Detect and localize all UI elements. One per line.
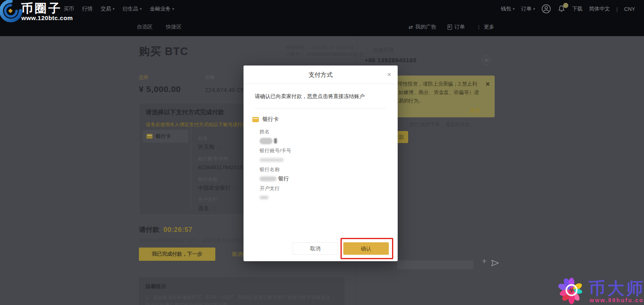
top-header: 币圈子 www.120btc.com 买币 行情 交易▾ 衍生品▾ 金融业务▾ … — [0, 0, 644, 36]
modal-title: 支付方式 — [244, 66, 398, 84]
total-label: 总价 — [139, 74, 181, 81]
language-selector[interactable]: 简体中文 — [589, 5, 610, 12]
tips-heading: 温馨提示 — [145, 283, 338, 290]
more-menu[interactable]: ⋮ 更多 — [476, 23, 494, 31]
payment-countdown: 请付款00:26:57 — [139, 225, 192, 234]
modal-name-field: 姓名 — [260, 129, 398, 144]
merchant-phone: +86 13928840165 — [365, 57, 417, 63]
user-icon — [541, 4, 551, 14]
countdown-timer: 00:26:57 — [163, 226, 192, 233]
nav-item-buy[interactable]: 买币 — [64, 5, 74, 12]
page-title: 购买 BTC — [139, 44, 188, 59]
created-time-label: 创建时间： — [286, 44, 309, 51]
notifications-button[interactable] — [557, 5, 566, 13]
wallet-menu[interactable]: 钱包▾ — [501, 5, 515, 12]
main-nav: 买币 行情 交易▾ 衍生品▾ 金融业务▾ — [64, 0, 174, 18]
orders-menu[interactable]: 订单▾ — [521, 5, 535, 12]
redacted-branch — [260, 196, 268, 199]
document-icon — [448, 25, 452, 30]
caret-down-icon: ▾ — [113, 7, 115, 11]
plus-icon[interactable]: + — [482, 257, 487, 265]
logo-swirl-icon — [0, 0, 23, 23]
countdown-note: 请在30分钟内付款给广告方，超时订单将自动取消 — [139, 237, 246, 244]
order-number-label: 订单号： — [286, 51, 304, 58]
modal-method-bank-card: 银行卡 — [252, 116, 398, 123]
payment-method-modal: 支付方式 × 请确认已向卖家付款，恶意点击将直接冻结账户 银行卡 姓名 银行账号… — [244, 66, 398, 261]
merchant-row: ◎ 快捷币商 — [365, 47, 394, 54]
subnav-actions: ⇄ 我的广告 订单 ⋮ 更多 — [409, 18, 494, 36]
countdown-label: 请付款 — [139, 226, 159, 233]
caret-down-icon: ▾ — [140, 7, 142, 11]
divider — [255, 108, 386, 108]
unit-price: 价格 224,674.46 CNY — [205, 74, 250, 94]
orders-link[interactable]: 订单 — [448, 23, 465, 31]
brand-logo[interactable]: 币圈子 www.120btc.com — [0, 0, 64, 23]
copy-icon[interactable] — [212, 206, 216, 211]
notification-badge — [563, 3, 568, 8]
expand-link[interactable]: 展开 — [470, 108, 480, 115]
cancel-button[interactable]: 取消 — [293, 242, 338, 255]
order-number-value: 20184642659650961440 — [306, 51, 357, 58]
tips-body: 1、请勿备注任何诸如BTC、ETH、USDT、BNB以及其它数字资产名称字样于转… — [145, 294, 338, 305]
redacted-name — [260, 138, 272, 144]
nav-item-finance[interactable]: 金融业务▾ — [150, 5, 174, 12]
divider: | — [616, 6, 617, 12]
phone-call-icon[interactable]: ☎ — [482, 55, 491, 65]
download-link[interactable]: 下载 — [572, 5, 582, 12]
nav-item-markets[interactable]: 行情 — [82, 5, 93, 12]
modal-account-field: 银行账号/卡号 — [260, 148, 398, 163]
total-value: ¥ 5,000.00 — [139, 84, 181, 94]
my-ads-link[interactable]: ⇄ 我的广告 — [409, 23, 436, 31]
payee-name-value: 许玉梅 — [198, 143, 215, 151]
payment-done-button[interactable]: 我已完成付款，下一步 — [139, 248, 215, 261]
bank-card-icon — [147, 134, 153, 139]
header-right-nav: 钱包▾ 订单▾ 下载 简体中文 | CNY — [501, 0, 635, 18]
watermark-brand: 币大师 — [588, 277, 644, 300]
bank-name-value: 中国农业银行 — [198, 184, 231, 192]
watermark: 币大师 www.99hufu.com — [555, 274, 644, 305]
merchant-label: 快捷币商 — [373, 47, 394, 54]
modal-bank-details: 姓名 银行账号/卡号 银行名称 银行 开户支行 — [260, 129, 398, 201]
order-meta: 创建时间： 2021-01-17 16:44:33 订单号： 201846426… — [286, 44, 363, 58]
chat-input[interactable] — [397, 260, 473, 269]
currency-selector[interactable]: CNY — [624, 6, 635, 12]
more-dots-icon: ⋮ — [476, 24, 481, 30]
nav-item-trade[interactable]: 交易▾ — [101, 5, 115, 12]
caret-down-icon: ▾ — [533, 7, 535, 11]
send-icon[interactable] — [491, 260, 499, 268]
modal-header: 支付方式 × — [244, 66, 398, 84]
redacted-bank-name — [260, 176, 277, 181]
branch-value: 茂名 — [198, 205, 209, 212]
avatar[interactable] — [541, 4, 551, 14]
modal-branch-field: 开户支行 — [260, 186, 398, 201]
nav-item-derivatives[interactable]: 衍生品▾ — [123, 5, 142, 12]
page: 币圈子 www.120btc.com 买币 行情 交易▾ 衍生品▾ 金融业务▾ … — [0, 0, 644, 305]
modal-footer: 取消 确认 — [293, 242, 389, 255]
order-amounts: 总价 ¥ 5,000.00 价格 224,674.46 CNY — [139, 74, 250, 94]
merchant-badge-icon: ◎ — [365, 47, 370, 53]
copy-icon[interactable] — [217, 145, 222, 149]
close-icon[interactable]: × — [485, 80, 490, 88]
watermark-site: www.99hufu.com — [590, 297, 644, 303]
bank-card-icon — [252, 117, 259, 122]
tips-panel: 温馨提示 1、请勿备注任何诸如BTC、ETH、USDT、BNB以及其它数字资产名… — [139, 277, 345, 305]
tab-quick-zone[interactable]: 快捷区 — [166, 23, 182, 31]
bank-suffix: 银行 — [278, 175, 289, 182]
redacted-account — [260, 158, 284, 162]
caret-down-icon: ▾ — [172, 7, 174, 11]
tab-bank-card[interactable]: 银行卡 — [143, 130, 188, 143]
confirm-button[interactable]: 确认 — [343, 242, 389, 255]
tab-self-select-zone[interactable]: 自选区 — [137, 23, 153, 31]
market-tabs: 自选区 快捷区 — [137, 18, 182, 36]
price-label: 价格 — [205, 74, 250, 81]
transfer-icon: ⇄ — [409, 24, 413, 30]
price-value: 224,674.46 CNY — [205, 86, 250, 93]
chat-system-message: 您已成功下单，请及时付款。 — [410, 121, 475, 128]
created-time-value: 2021-01-17 16:44:33 — [311, 44, 354, 51]
modal-bank-field: 银行名称 银行 — [260, 167, 398, 182]
close-icon[interactable]: × — [387, 66, 391, 84]
total-amount: 总价 ¥ 5,000.00 — [139, 74, 181, 94]
modal-warning-note: 请确认已向卖家付款，恶意点击将直接冻结账户 — [255, 93, 386, 100]
copy-icon[interactable] — [233, 186, 238, 190]
redacted-name — [274, 138, 277, 143]
